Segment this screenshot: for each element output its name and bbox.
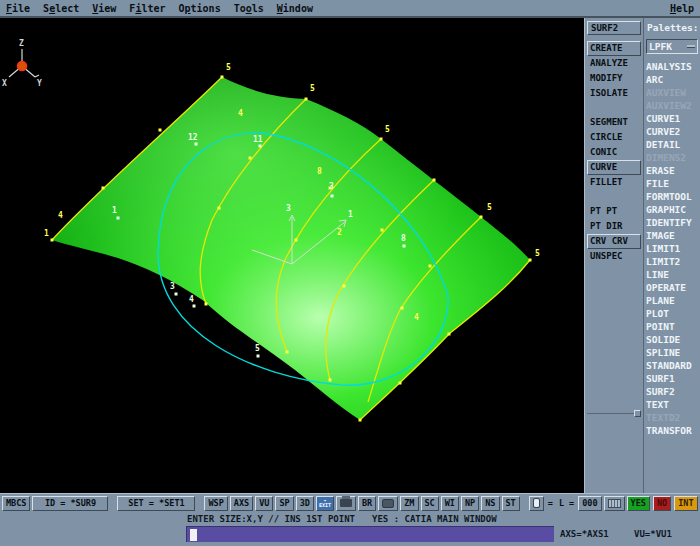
3d-button[interactable]: 3D bbox=[296, 496, 314, 511]
axs-button[interactable]: AXS bbox=[230, 496, 253, 511]
palette-item-line[interactable]: LINE bbox=[646, 268, 698, 281]
palettes-title: Palettes: bbox=[647, 22, 698, 33]
function-item-conic[interactable]: CONIC bbox=[587, 145, 641, 160]
palette-item-curve1[interactable]: CURVE1 bbox=[646, 112, 698, 125]
point-label: Y bbox=[37, 79, 42, 88]
palette-item-spline[interactable]: SPLINE bbox=[646, 346, 698, 359]
function-item-unspec[interactable]: UNSPEC bbox=[587, 249, 641, 264]
menu-item-select[interactable]: Select bbox=[43, 3, 79, 14]
panel-divider[interactable] bbox=[587, 413, 639, 414]
function-group: CREATEANALYZEMODIFYISOLATE bbox=[587, 41, 641, 101]
ns-button[interactable]: NS bbox=[481, 496, 499, 511]
point-label: Z bbox=[19, 39, 24, 48]
menu-item-filter[interactable]: Filter bbox=[129, 3, 165, 14]
3d-viewport[interactable]: ZXY55555121138134531248414 bbox=[0, 18, 584, 493]
point-label: 11 bbox=[253, 135, 263, 144]
sc-button[interactable]: SC bbox=[421, 496, 439, 511]
menu-item-window[interactable]: Window bbox=[277, 3, 313, 14]
function-item-isolate[interactable]: ISOLATE bbox=[587, 86, 641, 101]
palette-item-analysis[interactable]: ANALYSIS bbox=[646, 60, 698, 73]
palette-item-auxview2: AUXVIEW2 bbox=[646, 99, 698, 112]
palette-item-file[interactable]: FILE bbox=[646, 177, 698, 190]
menu-item-options[interactable]: Options bbox=[179, 3, 221, 14]
palette-item-limit1[interactable]: LIMIT1 bbox=[646, 242, 698, 255]
palette-item-curve2[interactable]: CURVE2 bbox=[646, 125, 698, 138]
shading-icon-button[interactable] bbox=[378, 496, 398, 511]
palette-item-plane[interactable]: PLANE bbox=[646, 294, 698, 307]
palette-item-surf1[interactable]: SURF1 bbox=[646, 372, 698, 385]
menu-item-view[interactable]: View bbox=[92, 3, 116, 14]
function-item-segment[interactable]: SEGMENT bbox=[587, 115, 641, 130]
palette-item-erase[interactable]: ERASE bbox=[646, 164, 698, 177]
palette-item-arc[interactable]: ARC bbox=[646, 73, 698, 86]
cyl-icon bbox=[533, 498, 540, 508]
command-input-field[interactable] bbox=[186, 526, 554, 542]
vu-button[interactable]: VU bbox=[255, 496, 273, 511]
palette-item-operate[interactable]: OPERATE bbox=[646, 281, 698, 294]
no-button[interactable]: NO bbox=[653, 496, 671, 511]
point-label: 3 bbox=[170, 282, 175, 291]
function-item-pt-dir[interactable]: PT DIR bbox=[587, 219, 641, 234]
set-field[interactable]: SET = *SET1 bbox=[117, 496, 195, 511]
option-menu-dash-icon bbox=[687, 45, 695, 48]
palette-item-plot[interactable]: PLOT bbox=[646, 307, 698, 320]
menu-item-file[interactable]: File bbox=[6, 3, 30, 14]
st-button[interactable]: ST bbox=[502, 496, 520, 511]
function-item-create[interactable]: CREATE bbox=[587, 41, 641, 56]
palette-item-formtool[interactable]: FORMTOOL bbox=[646, 190, 698, 203]
point-label: 4 bbox=[238, 109, 243, 118]
layer-l-label: L = bbox=[557, 498, 576, 508]
yes-button[interactable]: YES bbox=[627, 496, 650, 511]
palette-item-point[interactable]: POINT bbox=[646, 320, 698, 333]
function-group: PT PTPT DIRCRV CRVUNSPEC bbox=[587, 204, 641, 264]
right-panel-area: SURF2 CREATEANALYZEMODIFYISOLATESEGMENTC… bbox=[584, 18, 700, 493]
current-axis-label: AXS=*AXS1 bbox=[560, 529, 609, 539]
palette-item-standard[interactable]: STANDARD bbox=[646, 359, 698, 372]
status-bar: ENTER SIZE:X,Y // INS 1ST POINT YES : CA… bbox=[0, 512, 700, 546]
keyboard-icon-button[interactable] bbox=[604, 496, 625, 511]
sp-button[interactable]: SP bbox=[275, 496, 293, 511]
printer-icon-button[interactable] bbox=[336, 496, 356, 511]
surf2-panel-title: SURF2 bbox=[587, 21, 641, 35]
palette-item-image[interactable]: IMAGE bbox=[646, 229, 698, 242]
function-item-modify[interactable]: MODIFY bbox=[587, 71, 641, 86]
function-item-fillet[interactable]: FILLET bbox=[587, 175, 641, 190]
divider-grip-handle[interactable] bbox=[634, 410, 641, 417]
mbcs-button[interactable]: MBCS bbox=[2, 496, 30, 511]
palette-item-textd2: TEXTD2 bbox=[646, 411, 698, 424]
palette-item-transfor[interactable]: TRANSFOR bbox=[646, 424, 698, 437]
np-button[interactable]: NP bbox=[461, 496, 479, 511]
wsp-button[interactable]: WSP bbox=[204, 496, 227, 511]
function-item-pt-pt[interactable]: PT PT bbox=[587, 204, 641, 219]
palette-mode-dropdown[interactable]: LPFK bbox=[646, 39, 698, 54]
menu-item-help[interactable]: Help bbox=[670, 3, 694, 14]
palette-item-identify[interactable]: IDENTIFY bbox=[646, 216, 698, 229]
menu-item-tools[interactable]: Tools bbox=[234, 3, 264, 14]
wi-button[interactable]: WI bbox=[441, 496, 459, 511]
layer-value-field[interactable]: 000 bbox=[578, 496, 601, 511]
layer-cylinder-button[interactable] bbox=[529, 496, 544, 511]
function-group: SEGMENTCIRCLECONICCURVEFILLET bbox=[587, 115, 641, 190]
point-label: 5 bbox=[255, 344, 260, 353]
function-item-analyze[interactable]: ANALYZE bbox=[587, 56, 641, 71]
zm-button[interactable]: ZM bbox=[400, 496, 418, 511]
palette-item-text[interactable]: TEXT bbox=[646, 398, 698, 411]
axis-triad bbox=[9, 49, 39, 77]
function-item-curve[interactable]: CURVE bbox=[587, 160, 641, 175]
point-label: 1 bbox=[44, 229, 49, 238]
printer-icon bbox=[340, 499, 352, 507]
exit-button[interactable]: ✦EXIT bbox=[316, 496, 334, 511]
palette-item-surf2[interactable]: SURF2 bbox=[646, 385, 698, 398]
id-field[interactable]: ID = *SUR9 bbox=[32, 496, 108, 511]
palette-item-graphic[interactable]: GRAPHIC bbox=[646, 203, 698, 216]
text-cursor bbox=[190, 529, 197, 541]
br-button[interactable]: BR bbox=[358, 496, 376, 511]
point-label: 4 bbox=[189, 295, 194, 304]
palette-item-solide[interactable]: SOLIDE bbox=[646, 333, 698, 346]
palette-item-limit2[interactable]: LIMIT2 bbox=[646, 255, 698, 268]
int-button[interactable]: INT bbox=[674, 496, 697, 511]
function-item-crv-crv[interactable]: CRV CRV bbox=[587, 234, 641, 249]
palette-item-detail[interactable]: DETAIL bbox=[646, 138, 698, 151]
function-item-circle[interactable]: CIRCLE bbox=[587, 130, 641, 145]
active-window-label: YES : CATIA MAIN WINDOW bbox=[372, 514, 497, 524]
